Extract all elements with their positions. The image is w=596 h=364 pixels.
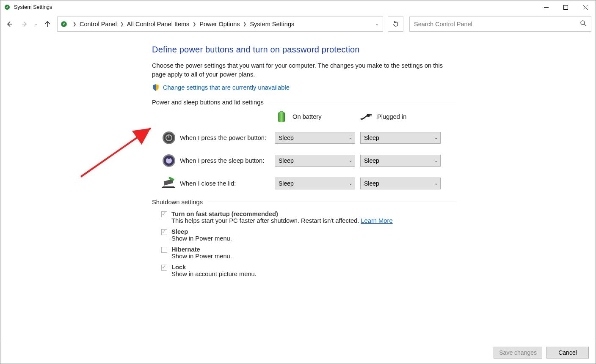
row-label: When I press the sleep button:: [180, 157, 275, 164]
group-header-shutdown: Shutdown settings: [152, 199, 203, 205]
select-sleep-button-battery[interactable]: Sleep⌄: [275, 155, 355, 167]
search-icon: [580, 20, 587, 28]
navbar: ⌄ ❯ Control Panel ❯ All Control Panel It…: [0, 14, 596, 33]
window-controls: [536, 0, 595, 14]
checkbox-fast-startup[interactable]: Turn on fast startup (recommended) This …: [161, 211, 457, 224]
window-title: System Settings: [14, 4, 536, 10]
checkbox-icon: [161, 247, 167, 253]
chevron-down-icon: ⌄: [349, 158, 352, 163]
annotation-arrow: [77, 126, 161, 185]
close-button[interactable]: [575, 0, 595, 14]
row-label: When I press the power button:: [180, 134, 275, 141]
minimize-button[interactable]: [536, 0, 556, 14]
breadcrumb-all-items[interactable]: All Control Panel Items: [127, 21, 189, 27]
unlock-settings-link[interactable]: Change settings that are currently unava…: [163, 84, 290, 91]
refresh-button[interactable]: [388, 16, 403, 32]
select-close-lid-plugged[interactable]: Sleep⌄: [360, 178, 441, 189]
chevron-down-icon: ⌄: [434, 181, 438, 186]
app-icon: [4, 4, 11, 11]
chevron-down-icon: ⌄: [349, 181, 352, 186]
nav-forward[interactable]: [17, 17, 32, 31]
breadcrumb-power-options[interactable]: Power Options: [199, 21, 240, 27]
chevron-down-icon: ⌄: [349, 135, 352, 140]
row-power-button: When I press the power button: Sleep⌄ Sl…: [161, 130, 457, 145]
checkbox-sleep[interactable]: Sleep Show in Power menu.: [161, 228, 457, 242]
select-close-lid-battery[interactable]: Sleep⌄: [275, 178, 355, 189]
select-sleep-button-plugged[interactable]: Sleep⌄: [360, 155, 441, 167]
save-changes-button[interactable]: Save changes: [494, 347, 542, 359]
address-bar[interactable]: ❯ Control Panel ❯ All Control Panel Item…: [57, 16, 383, 32]
battery-icon: [276, 111, 287, 123]
svg-point-9: [581, 21, 585, 25]
divider: [208, 202, 457, 202]
select-power-button-battery[interactable]: Sleep⌄: [275, 132, 355, 144]
checkbox-hibernate[interactable]: Hibernate Show in Power menu.: [161, 246, 457, 260]
chevron-right-icon[interactable]: ❯: [189, 22, 199, 26]
sleep-button-icon: [161, 153, 177, 168]
chevron-down-icon: ⌄: [434, 158, 438, 163]
svg-line-10: [584, 24, 586, 26]
svg-line-11: [81, 128, 151, 177]
cancel-button[interactable]: Cancel: [546, 347, 589, 359]
col-on-battery: On battery: [276, 111, 360, 123]
breadcrumb-control-panel[interactable]: Control Panel: [80, 21, 117, 27]
checkbox-icon: [161, 211, 167, 217]
plug-icon: [360, 111, 372, 123]
svg-rect-13: [278, 112, 285, 122]
page-description: Choose the power settings that you want …: [152, 61, 457, 79]
content: Define power buttons and turn on passwor…: [0, 33, 596, 341]
page-title: Define power buttons and turn on passwor…: [152, 45, 457, 55]
select-power-button-plugged[interactable]: Sleep⌄: [360, 132, 441, 144]
power-button-icon: [161, 130, 177, 145]
svg-rect-2: [563, 5, 568, 9]
chevron-right-icon[interactable]: ❯: [240, 22, 250, 26]
address-history-dropdown[interactable]: ⌄: [371, 21, 383, 27]
chevron-down-icon: ⌄: [434, 135, 438, 140]
breadcrumb-system-settings[interactable]: System Settings: [250, 21, 294, 27]
location-icon: [60, 20, 68, 28]
row-label: When I close the lid:: [180, 180, 275, 187]
checkbox-lock[interactable]: Lock Show in account picture menu.: [161, 264, 457, 277]
chevron-right-icon[interactable]: ❯: [117, 22, 127, 26]
window: System Settings ⌄ ❯ Control Panel ❯ All …: [0, 0, 596, 364]
group-header-power: Power and sleep buttons and lid settings: [152, 99, 264, 106]
footer: Save changes Cancel: [0, 341, 596, 364]
nav-up[interactable]: [40, 17, 55, 31]
nav-back[interactable]: [2, 17, 17, 31]
uac-shield-icon: [152, 84, 160, 91]
svg-rect-14: [367, 114, 370, 117]
search-input[interactable]: [414, 21, 580, 27]
checkbox-icon: [161, 229, 167, 235]
search-box[interactable]: [409, 16, 591, 32]
row-close-lid: When I close the lid: Sleep⌄ Sleep⌄: [161, 176, 457, 191]
row-sleep-button: When I press the sleep button: Sleep⌄ Sl…: [161, 153, 457, 168]
divider: [269, 102, 457, 102]
checkbox-icon: [161, 265, 167, 271]
chevron-right-icon[interactable]: ❯: [69, 22, 80, 26]
maximize-button[interactable]: [556, 0, 575, 14]
titlebar: System Settings: [0, 0, 596, 14]
col-plugged-in: Plugged in: [360, 111, 445, 123]
nav-recent-dropdown[interactable]: ⌄: [33, 22, 39, 26]
laptop-lid-icon: [161, 176, 177, 191]
learn-more-link[interactable]: Learn More: [361, 217, 392, 224]
